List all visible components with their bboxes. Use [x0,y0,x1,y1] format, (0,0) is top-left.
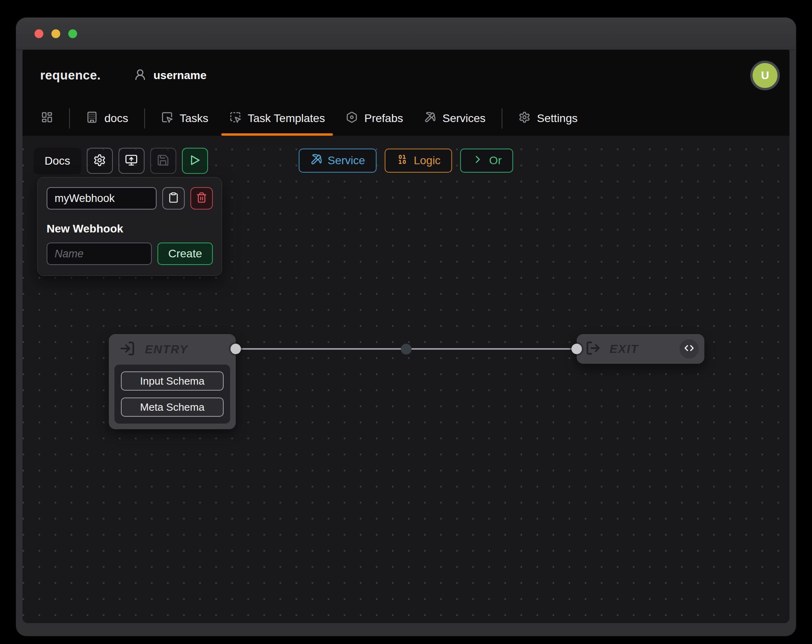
close-button[interactable] [35,29,43,38]
palette-label: Or [489,154,502,167]
new-webhook-name-input[interactable] [47,243,152,265]
canvas-toolbar: Docs [34,148,208,174]
play-icon [188,154,201,168]
add-service-node-button[interactable]: Service [299,149,377,173]
gear-icon [93,154,106,168]
new-webhook-heading: New Webhook [47,222,213,235]
user-chip: username [134,68,206,83]
input-schema-button[interactable]: Input Schema [121,371,224,391]
edge-midpoint-handle[interactable] [401,344,412,355]
tab-label: docs [104,112,128,125]
flow-canvas[interactable]: Docs [22,136,790,623]
entry-output-handle[interactable] [231,344,241,354]
tab-task-templates[interactable]: Task Templates [219,101,335,136]
node-palette: Service Logic Or [299,149,513,173]
pickaxe-icon [310,153,322,168]
save-icon [157,154,169,168]
user-icon [134,68,147,83]
webhook-name-input[interactable] [47,187,157,210]
hexagon-icon [346,111,358,126]
entry-node-title: ENTRY [145,343,188,356]
tab-services[interactable]: Services [414,101,496,136]
dashed-square-pointer-icon [229,111,241,126]
entry-node[interactable]: ENTRY Input Schema Meta Schema [109,334,236,429]
add-logic-node-button[interactable]: Logic [385,149,452,173]
tab-label: Prefabs [364,112,403,125]
monitor-up-icon [125,154,138,168]
clipboard-icon [168,192,179,205]
publish-button[interactable] [118,148,145,174]
log-in-icon [119,340,135,358]
tab-divider [144,108,145,128]
docs-button[interactable]: Docs [34,148,81,174]
tab-tasks[interactable]: Tasks [151,101,219,136]
exit-node[interactable]: EXIT [577,334,704,364]
tab-label: Settings [537,112,577,125]
exit-code-button[interactable] [679,339,699,359]
tab-label: Tasks [180,112,208,125]
app-window: requence. username U d [16,18,796,636]
run-button[interactable] [182,148,208,174]
add-or-node-button[interactable]: Or [460,149,513,173]
exit-input-handle[interactable] [571,344,582,354]
trash-icon [196,192,207,205]
square-pointer-icon [161,111,173,126]
titlebar [16,18,796,50]
delete-webhook-button[interactable] [190,187,213,210]
layout-dashboard-icon [41,111,53,126]
avatar[interactable]: U [750,61,780,90]
workflow-settings-button[interactable] [87,148,113,174]
palette-label: Logic [414,154,441,167]
building-icon [86,111,98,126]
copy-button[interactable] [162,187,185,210]
exit-node-title: EXIT [610,342,639,356]
pickaxe-icon [424,111,436,126]
tab-bar: docs Tasks Task Templates [22,101,790,136]
entry-node-header[interactable]: ENTRY [109,334,236,365]
tab-divider [69,108,70,128]
tab-label: Task Templates [248,112,325,125]
tab-settings[interactable]: Settings [508,101,588,136]
palette-label: Service [328,154,365,167]
tab-divider [502,108,502,128]
minimize-button[interactable] [51,29,60,38]
create-webhook-button[interactable]: Create [157,243,213,265]
chevron-right-icon [472,153,484,168]
app-header: requence. username U [22,50,790,101]
tab-prefabs[interactable]: Prefabs [335,101,414,136]
tab-dashboard[interactable] [31,101,63,136]
username-label: username [153,69,206,82]
entry-node-body: Input Schema Meta Schema [114,365,230,424]
save-button[interactable] [150,148,176,174]
code-icon [684,343,694,355]
maximize-button[interactable] [68,29,77,38]
log-out-icon [586,340,601,357]
tab-docs[interactable]: docs [75,101,139,136]
webhook-panel: New Webhook Create [37,177,222,276]
app-content: requence. username U d [22,50,790,623]
app-logo: requence. [40,68,101,83]
gear-icon [518,111,530,126]
tab-label: Services [443,112,486,125]
meta-schema-button[interactable]: Meta Schema [121,397,224,417]
binary-icon [396,153,408,168]
